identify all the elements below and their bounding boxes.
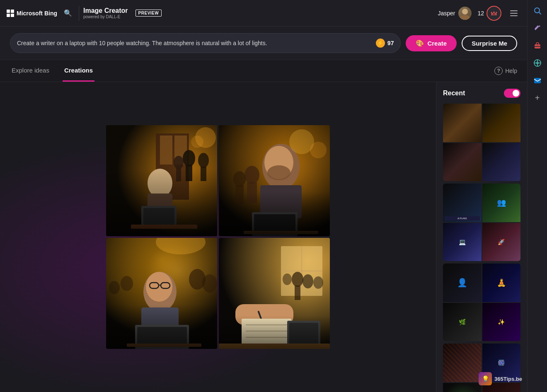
svg-point-4 — [496, 12, 497, 13]
svg-rect-8 — [174, 136, 187, 165]
credits-display: ⚡ 97 — [376, 39, 394, 48]
svg-point-40 — [109, 281, 120, 294]
svg-point-23 — [244, 166, 259, 184]
svg-rect-67 — [287, 321, 320, 346]
brand-title: Image Creator — [83, 7, 128, 15]
create-label: Create — [427, 40, 447, 47]
svg-rect-47 — [135, 325, 189, 349]
generated-image-1[interactable] — [106, 125, 217, 236]
recent-thumb-group-2[interactable]: AI PLANS 👥 💻 🚀 — [443, 184, 520, 261]
bolt-icon: ⚡ — [376, 39, 385, 48]
credits-count: 12 — [477, 10, 484, 17]
svg-rect-5 — [106, 125, 217, 236]
sidebar-briefcase-icon[interactable] — [532, 40, 543, 51]
svg-point-61 — [242, 304, 271, 325]
svg-rect-36 — [106, 238, 217, 349]
user-name: Jasper — [438, 10, 455, 17]
svg-rect-43 — [150, 283, 159, 288]
tab-explore[interactable]: Explore ideas — [10, 60, 51, 82]
create-button[interactable]: 🎨 Create — [406, 35, 457, 51]
svg-point-28 — [264, 146, 293, 179]
svg-point-3 — [494, 11, 495, 12]
svg-point-9 — [183, 150, 195, 167]
svg-rect-68 — [289, 323, 318, 344]
svg-rect-52 — [281, 246, 322, 296]
bolt-count: 97 — [387, 40, 394, 46]
svg-rect-44 — [161, 283, 170, 288]
svg-point-34 — [289, 129, 314, 154]
user-info: Jasper — [438, 7, 472, 20]
search-bar-area: ⚡ 97 🎨 Create Surprise Me — [0, 27, 527, 60]
sidebar-highlight-icon[interactable] — [532, 22, 543, 34]
svg-point-41 — [143, 272, 177, 312]
sidebar-apps-icon[interactable] — [532, 57, 543, 69]
search-bar[interactable]: ⚡ 97 — [10, 33, 401, 53]
credits-badge: 12 — [477, 6, 501, 21]
svg-rect-6 — [156, 133, 189, 200]
recent-toggle[interactable] — [504, 89, 520, 98]
svg-rect-10 — [186, 165, 192, 181]
surprise-label: Surprise Me — [472, 40, 507, 47]
generated-image-2[interactable] — [219, 125, 330, 236]
svg-point-29 — [267, 165, 290, 180]
sidebar-search-icon[interactable] — [532, 5, 543, 17]
svg-line-71 — [539, 12, 541, 14]
sidebar-add-icon[interactable]: + — [532, 92, 543, 104]
generated-image-3[interactable] — [106, 238, 217, 349]
tab-creations[interactable]: Creations — [63, 60, 94, 82]
svg-point-11 — [198, 153, 209, 168]
crown-icon[interactable] — [486, 6, 501, 21]
svg-point-2 — [491, 12, 492, 13]
recent-header: Recent — [443, 89, 520, 98]
surprise-button[interactable]: Surprise Me — [462, 36, 517, 51]
generated-image-4[interactable] — [219, 238, 330, 349]
header-right: Jasper 12 — [438, 6, 520, 21]
recent-panel: Recent AI PLANS 👥 💻 — [436, 82, 527, 392]
svg-point-35 — [310, 142, 327, 158]
watermark-icon: 💡 — [482, 375, 489, 382]
bing-name: Microsoft Bing — [17, 10, 57, 17]
svg-point-57 — [303, 274, 313, 288]
svg-point-1 — [460, 15, 470, 20]
svg-point-55 — [292, 272, 303, 287]
svg-rect-60 — [235, 304, 293, 325]
watermark: 💡 365Tips.be — [479, 372, 522, 385]
help-button[interactable]: ? Help — [494, 67, 517, 75]
image-grid-area — [0, 82, 436, 392]
watermark-text: 365Tips.be — [494, 376, 522, 382]
recent-thumb-group-3[interactable]: 👤 🧘 🌿 ✨ — [443, 264, 520, 341]
svg-rect-69 — [219, 344, 330, 349]
svg-rect-22 — [219, 125, 330, 236]
menu-button[interactable] — [507, 7, 520, 20]
avatar[interactable] — [458, 7, 472, 20]
windows-icon — [7, 10, 14, 17]
preview-badge: PREVIEW — [136, 10, 162, 17]
svg-rect-17 — [141, 206, 177, 227]
search-row: ⚡ 97 🎨 Create Surprise Me — [10, 33, 517, 53]
svg-point-38 — [202, 274, 217, 293]
svg-point-75 — [536, 62, 539, 64]
content-area: Recent AI PLANS 👥 💻 — [0, 82, 527, 392]
header-left: Microsoft Bing 🔍 Image Creator powered b… — [7, 6, 162, 21]
recent-thumb-group-1[interactable] — [443, 104, 520, 181]
svg-rect-14 — [176, 168, 181, 181]
svg-point-39 — [121, 276, 133, 291]
recent-title: Recent — [443, 90, 465, 97]
svg-rect-80 — [534, 78, 541, 83]
svg-point-15 — [148, 169, 172, 198]
image-grid — [106, 125, 330, 349]
bing-logo[interactable]: Microsoft Bing — [7, 10, 57, 17]
header: Microsoft Bing 🔍 Image Creator powered b… — [0, 0, 527, 27]
svg-rect-19 — [131, 225, 197, 229]
sidebar-outlook-icon[interactable] — [532, 75, 543, 86]
svg-rect-31 — [252, 212, 298, 236]
svg-rect-51 — [219, 238, 330, 349]
search-input[interactable] — [17, 40, 372, 46]
header-search-button[interactable]: 🔍 — [61, 7, 75, 20]
create-icon: 🎨 — [416, 39, 424, 47]
svg-point-27 — [262, 144, 300, 189]
svg-point-42 — [146, 272, 172, 302]
svg-rect-24 — [247, 182, 257, 203]
svg-point-13 — [174, 156, 184, 169]
svg-rect-33 — [244, 231, 318, 234]
